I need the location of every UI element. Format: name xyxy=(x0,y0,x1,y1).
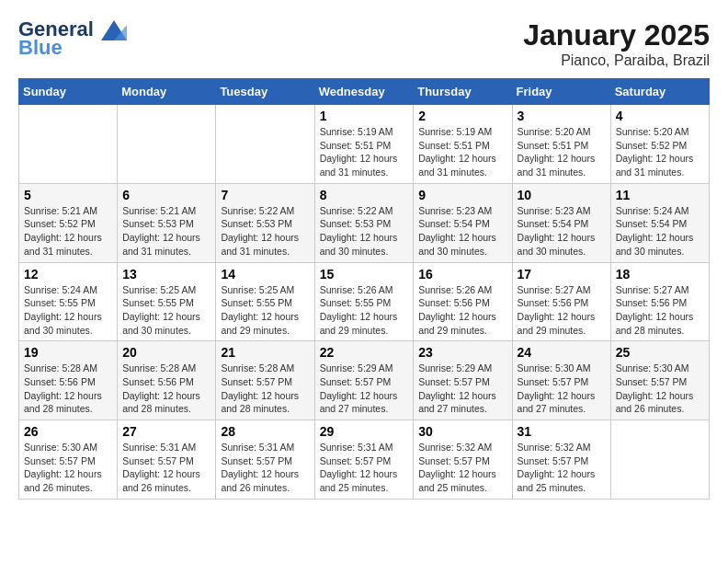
day-number: 12 xyxy=(24,267,112,282)
day-number: 24 xyxy=(518,345,606,360)
day-number: 5 xyxy=(24,188,112,202)
day-info: Sunrise: 5:27 AM Sunset: 5:56 PM Dayligh… xyxy=(518,283,606,338)
day-number: 16 xyxy=(418,267,506,282)
calendar-header-row: SundayMondayTuesdayWednesdayThursdayFrid… xyxy=(19,79,710,105)
day-number: 9 xyxy=(418,188,506,202)
day-number: 20 xyxy=(122,345,210,360)
calendar-cell: 19Sunrise: 5:28 AM Sunset: 5:56 PM Dayli… xyxy=(19,341,118,420)
day-number: 8 xyxy=(320,188,409,202)
day-info: Sunrise: 5:22 AM Sunset: 5:53 PM Dayligh… xyxy=(221,204,309,259)
weekday-header-friday: Friday xyxy=(512,79,610,105)
day-info: Sunrise: 5:29 AM Sunset: 5:57 PM Dayligh… xyxy=(320,362,409,416)
day-number: 7 xyxy=(221,188,309,202)
day-number: 10 xyxy=(518,188,606,202)
calendar-cell: 30Sunrise: 5:32 AM Sunset: 5:57 PM Dayli… xyxy=(414,420,512,500)
day-number: 25 xyxy=(616,345,704,360)
calendar-cell xyxy=(610,420,709,500)
calendar-cell: 17Sunrise: 5:27 AM Sunset: 5:56 PM Dayli… xyxy=(512,262,610,341)
day-info: Sunrise: 5:25 AM Sunset: 5:55 PM Dayligh… xyxy=(122,283,210,338)
day-number: 21 xyxy=(221,345,309,360)
calendar-cell: 10Sunrise: 5:23 AM Sunset: 5:54 PM Dayli… xyxy=(512,183,610,262)
calendar-cell: 7Sunrise: 5:22 AM Sunset: 5:53 PM Daylig… xyxy=(216,183,314,262)
calendar-cell: 24Sunrise: 5:30 AM Sunset: 5:57 PM Dayli… xyxy=(512,341,610,420)
calendar-cell: 5Sunrise: 5:21 AM Sunset: 5:52 PM Daylig… xyxy=(19,183,118,262)
day-number: 2 xyxy=(418,109,506,123)
calendar-cell: 1Sunrise: 5:19 AM Sunset: 5:51 PM Daylig… xyxy=(314,105,414,184)
day-info: Sunrise: 5:28 AM Sunset: 5:57 PM Dayligh… xyxy=(221,362,309,416)
day-number: 18 xyxy=(616,267,704,282)
day-info: Sunrise: 5:31 AM Sunset: 5:57 PM Dayligh… xyxy=(221,441,309,495)
day-info: Sunrise: 5:31 AM Sunset: 5:57 PM Dayligh… xyxy=(122,441,210,495)
calendar-cell: 29Sunrise: 5:31 AM Sunset: 5:57 PM Dayli… xyxy=(314,420,414,500)
calendar-cell: 9Sunrise: 5:23 AM Sunset: 5:54 PM Daylig… xyxy=(414,183,512,262)
day-info: Sunrise: 5:20 AM Sunset: 5:51 PM Dayligh… xyxy=(518,125,606,179)
calendar-cell: 13Sunrise: 5:25 AM Sunset: 5:55 PM Dayli… xyxy=(118,262,216,341)
day-info: Sunrise: 5:32 AM Sunset: 5:57 PM Dayligh… xyxy=(518,441,606,495)
day-info: Sunrise: 5:24 AM Sunset: 5:54 PM Dayligh… xyxy=(616,204,704,259)
day-number: 23 xyxy=(418,345,506,360)
day-number: 22 xyxy=(320,345,409,360)
day-info: Sunrise: 5:28 AM Sunset: 5:56 PM Dayligh… xyxy=(24,362,112,416)
calendar-week-2: 5Sunrise: 5:21 AM Sunset: 5:52 PM Daylig… xyxy=(19,183,710,262)
day-number: 31 xyxy=(518,424,606,439)
calendar-cell: 11Sunrise: 5:24 AM Sunset: 5:54 PM Dayli… xyxy=(610,183,709,262)
day-number: 29 xyxy=(320,424,409,439)
weekday-header-thursday: Thursday xyxy=(414,79,512,105)
weekday-header-wednesday: Wednesday xyxy=(314,79,414,105)
calendar-cell: 6Sunrise: 5:21 AM Sunset: 5:53 PM Daylig… xyxy=(118,183,216,262)
page-header: General Blue January 2025 Pianco, Paraib… xyxy=(18,18,710,69)
calendar-cell: 15Sunrise: 5:26 AM Sunset: 5:55 PM Dayli… xyxy=(314,262,414,341)
calendar-cell: 18Sunrise: 5:27 AM Sunset: 5:56 PM Dayli… xyxy=(610,262,709,341)
calendar-cell: 21Sunrise: 5:28 AM Sunset: 5:57 PM Dayli… xyxy=(216,341,314,420)
day-number: 28 xyxy=(221,424,309,439)
title-block: January 2025 Pianco, Paraiba, Brazil xyxy=(523,18,710,69)
day-number: 17 xyxy=(518,267,606,282)
calendar-cell: 3Sunrise: 5:20 AM Sunset: 5:51 PM Daylig… xyxy=(512,105,610,184)
day-info: Sunrise: 5:27 AM Sunset: 5:56 PM Dayligh… xyxy=(616,283,704,338)
day-info: Sunrise: 5:30 AM Sunset: 5:57 PM Dayligh… xyxy=(24,441,112,495)
day-number: 11 xyxy=(616,188,704,202)
calendar-cell: 25Sunrise: 5:30 AM Sunset: 5:57 PM Dayli… xyxy=(610,341,709,420)
day-info: Sunrise: 5:23 AM Sunset: 5:54 PM Dayligh… xyxy=(418,204,506,259)
day-info: Sunrise: 5:30 AM Sunset: 5:57 PM Dayligh… xyxy=(518,362,606,416)
calendar-cell xyxy=(19,105,118,184)
calendar-cell: 27Sunrise: 5:31 AM Sunset: 5:57 PM Dayli… xyxy=(118,420,216,500)
day-info: Sunrise: 5:28 AM Sunset: 5:56 PM Dayligh… xyxy=(122,362,210,416)
calendar-cell: 8Sunrise: 5:22 AM Sunset: 5:53 PM Daylig… xyxy=(314,183,414,262)
calendar-cell: 12Sunrise: 5:24 AM Sunset: 5:55 PM Dayli… xyxy=(19,262,118,341)
calendar-table: SundayMondayTuesdayWednesdayThursdayFrid… xyxy=(18,78,710,500)
calendar-cell xyxy=(216,105,314,184)
day-info: Sunrise: 5:21 AM Sunset: 5:53 PM Dayligh… xyxy=(122,204,210,259)
calendar-week-1: 1Sunrise: 5:19 AM Sunset: 5:51 PM Daylig… xyxy=(19,105,710,184)
calendar-week-4: 19Sunrise: 5:28 AM Sunset: 5:56 PM Dayli… xyxy=(19,341,710,420)
day-info: Sunrise: 5:29 AM Sunset: 5:57 PM Dayligh… xyxy=(418,362,506,416)
day-number: 30 xyxy=(418,424,506,439)
weekday-header-tuesday: Tuesday xyxy=(216,79,314,105)
calendar-week-3: 12Sunrise: 5:24 AM Sunset: 5:55 PM Dayli… xyxy=(19,262,710,341)
day-info: Sunrise: 5:25 AM Sunset: 5:55 PM Dayligh… xyxy=(221,283,309,338)
calendar-cell: 28Sunrise: 5:31 AM Sunset: 5:57 PM Dayli… xyxy=(216,420,314,500)
location-subtitle: Pianco, Paraiba, Brazil xyxy=(523,52,710,69)
day-info: Sunrise: 5:30 AM Sunset: 5:57 PM Dayligh… xyxy=(616,362,704,416)
day-number: 6 xyxy=(122,188,210,202)
day-info: Sunrise: 5:31 AM Sunset: 5:57 PM Dayligh… xyxy=(320,441,409,495)
calendar-cell: 4Sunrise: 5:20 AM Sunset: 5:52 PM Daylig… xyxy=(610,105,709,184)
calendar-cell: 16Sunrise: 5:26 AM Sunset: 5:56 PM Dayli… xyxy=(414,262,512,341)
calendar-cell: 22Sunrise: 5:29 AM Sunset: 5:57 PM Dayli… xyxy=(314,341,414,420)
day-info: Sunrise: 5:32 AM Sunset: 5:57 PM Dayligh… xyxy=(418,441,506,495)
day-number: 15 xyxy=(320,267,409,282)
weekday-header-saturday: Saturday xyxy=(610,79,709,105)
calendar-cell: 31Sunrise: 5:32 AM Sunset: 5:57 PM Dayli… xyxy=(512,420,610,500)
logo: General Blue xyxy=(18,18,129,59)
calendar-cell: 20Sunrise: 5:28 AM Sunset: 5:56 PM Dayli… xyxy=(118,341,216,420)
weekday-header-sunday: Sunday xyxy=(19,79,118,105)
calendar-cell: 2Sunrise: 5:19 AM Sunset: 5:51 PM Daylig… xyxy=(414,105,512,184)
day-info: Sunrise: 5:21 AM Sunset: 5:52 PM Dayligh… xyxy=(24,204,112,259)
day-number: 13 xyxy=(122,267,210,282)
day-number: 3 xyxy=(518,109,606,123)
day-number: 19 xyxy=(24,345,112,360)
day-info: Sunrise: 5:19 AM Sunset: 5:51 PM Dayligh… xyxy=(320,125,409,179)
calendar-cell xyxy=(118,105,216,184)
day-info: Sunrise: 5:22 AM Sunset: 5:53 PM Dayligh… xyxy=(320,204,409,259)
calendar-cell: 23Sunrise: 5:29 AM Sunset: 5:57 PM Dayli… xyxy=(414,341,512,420)
